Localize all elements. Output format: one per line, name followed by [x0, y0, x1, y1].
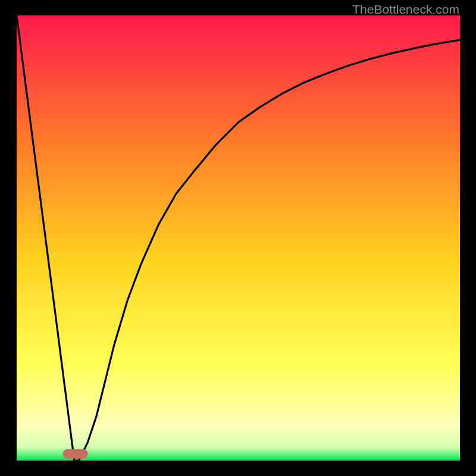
- optimal-point-marker: [63, 449, 88, 459]
- chart-svg: [17, 15, 460, 461]
- watermark-text: TheBottleneck.com: [352, 2, 459, 17]
- gradient-background: [17, 15, 460, 461]
- chart-frame: TheBottleneck.com: [0, 0, 476, 476]
- plot-area: [17, 15, 460, 461]
